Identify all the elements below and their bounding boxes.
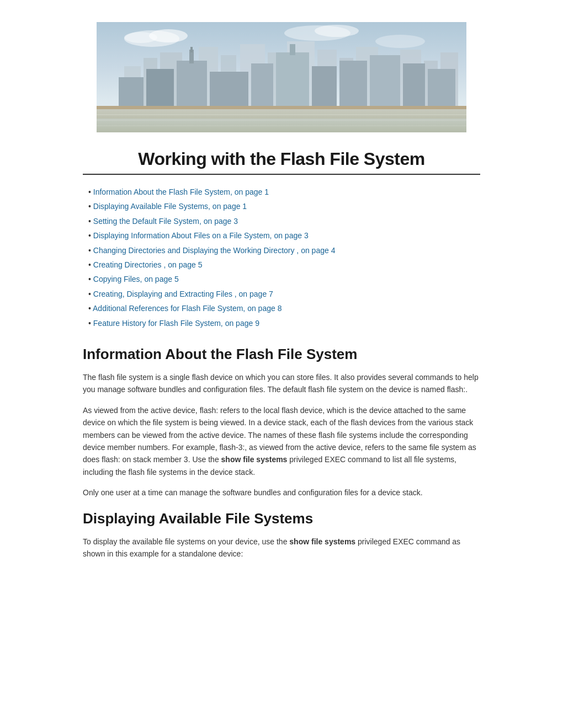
info-paragraph-3: Only one user at a time can manage the s… — [83, 486, 480, 499]
svg-point-3 — [124, 32, 157, 43]
toc-link[interactable]: Setting the Default File System, on page… — [93, 217, 238, 226]
toc-item: Information About the Flash File System,… — [88, 186, 480, 198]
section-heading-displaying: Displaying Available File Systems — [83, 510, 480, 527]
info-paragraph-2: As viewed from the active device, flash:… — [83, 404, 480, 478]
svg-rect-34 — [370, 55, 400, 110]
svg-rect-28 — [210, 72, 248, 110]
svg-point-6 — [375, 35, 425, 48]
svg-rect-32 — [312, 66, 337, 110]
svg-rect-25 — [177, 61, 207, 110]
toc-item: Changing Directories and Displaying the … — [88, 244, 480, 256]
svg-rect-27 — [190, 47, 193, 52]
svg-rect-29 — [251, 63, 273, 110]
info-paragraph-1: The flash file system is a single flash … — [83, 371, 480, 396]
svg-rect-36 — [428, 69, 455, 110]
content-area: Working with the Flash File System Infor… — [72, 149, 491, 560]
toc-link[interactable]: Creating, Displaying and Extracting File… — [93, 290, 273, 298]
toc-item: Feature History for Flash File System, o… — [88, 317, 480, 329]
toc-link[interactable]: Creating Directories , on page 5 — [93, 260, 203, 269]
title-divider — [83, 174, 480, 175]
toc-link[interactable]: Changing Directories and Displaying the … — [93, 246, 336, 255]
section-heading-info: Information About the Flash File System — [83, 346, 480, 363]
toc-link[interactable]: Displaying Information About Files on a … — [93, 231, 309, 240]
svg-rect-23 — [119, 77, 144, 110]
toc: Information About the Flash File System,… — [83, 186, 480, 329]
toc-item: Displaying Available File Systems, on pa… — [88, 200, 480, 212]
toc-item: Creating, Displaying and Extracting File… — [88, 288, 480, 300]
header-image — [97, 22, 466, 132]
toc-link[interactable]: Feature History for Flash File System, o… — [93, 319, 259, 328]
displaying-paragraph-1: To display the available file systems on… — [83, 536, 480, 560]
svg-rect-30 — [276, 52, 309, 110]
svg-rect-33 — [339, 61, 367, 110]
main-title: Working with the Flash File System — [83, 149, 480, 169]
svg-point-5 — [315, 25, 359, 37]
toc-item: Additional References for Flash File Sys… — [88, 302, 480, 314]
toc-link[interactable]: Copying Files, on page 5 — [93, 275, 179, 283]
page-container: Working with the Flash File System Infor… — [0, 22, 563, 728]
svg-rect-31 — [290, 44, 295, 55]
svg-rect-38 — [97, 109, 466, 132]
svg-rect-42 — [97, 106, 466, 109]
svg-rect-35 — [403, 63, 425, 110]
toc-item: Creating Directories , on page 5 — [88, 259, 480, 271]
toc-item: Setting the Default File System, on page… — [88, 215, 480, 227]
toc-link[interactable]: Displaying Available File Systems, on pa… — [93, 202, 247, 211]
toc-link[interactable]: Information About the Flash File System,… — [93, 188, 269, 196]
toc-link[interactable]: Additional References for Flash File Sys… — [93, 304, 282, 313]
toc-item: Copying Files, on page 5 — [88, 273, 480, 285]
city-skyline-svg — [97, 22, 466, 132]
svg-rect-24 — [146, 69, 174, 110]
toc-item: Displaying Information About Files on a … — [88, 229, 480, 242]
